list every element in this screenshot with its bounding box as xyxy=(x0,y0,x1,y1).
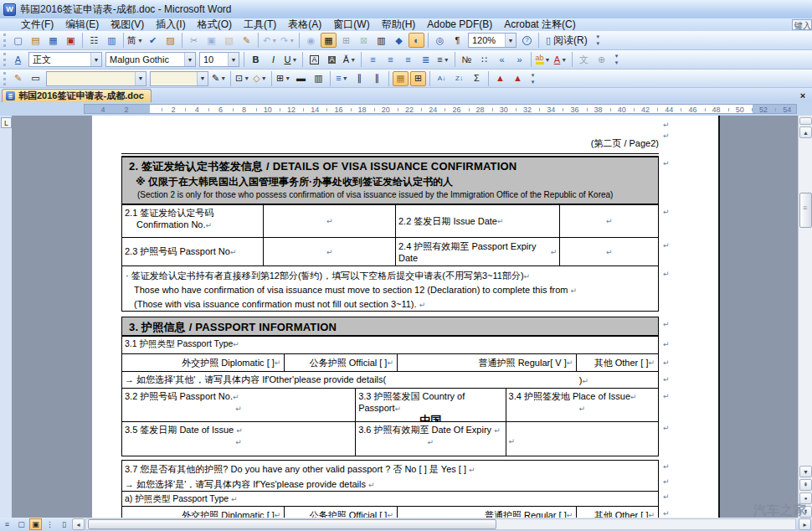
underline-icon[interactable]: U▼ xyxy=(283,52,299,67)
decrease-indent-icon[interactable]: « xyxy=(494,52,510,67)
chevron-down-icon[interactable]: ▼ xyxy=(271,38,277,44)
distribute-icon[interactable]: ≣ xyxy=(418,52,434,67)
numbering-icon[interactable]: № xyxy=(459,52,475,67)
split-handle[interactable] xyxy=(799,117,812,125)
toolbar-options-icon[interactable]: ▾▾ xyxy=(612,50,621,69)
scroll-right-icon[interactable]: ▸ xyxy=(799,518,811,530)
passport-type-option[interactable]: 外交护照 Diplomatic [ ]↵ xyxy=(122,354,285,371)
passport-type-option[interactable]: 普通护照 Regular [ ]↵ xyxy=(398,507,577,518)
chevron-down-icon[interactable]: ▼ xyxy=(220,75,226,81)
toolbar-drag-handle[interactable] xyxy=(3,72,8,85)
print-preview-icon[interactable]: ▥ xyxy=(104,33,120,48)
toolbar-drag-handle[interactable] xyxy=(3,34,8,47)
cell-passport-expiry-input[interactable]: ↵ xyxy=(560,238,658,266)
chevron-down-icon[interactable]: ▼ xyxy=(289,38,295,44)
cell-alignment-icon[interactable]: ≡▼ xyxy=(334,71,350,86)
open-folder-icon[interactable]: ▤ xyxy=(28,33,44,48)
cell-passport-number[interactable]: 3.2 护照号码 Passport No.↵ ↵ xyxy=(122,389,356,421)
bullets-icon[interactable]: ∷ xyxy=(476,52,492,67)
menu-i[interactable]: 插入(I) xyxy=(150,18,191,31)
previous-page-icon[interactable]: ⇞ xyxy=(799,479,812,491)
web-layout-view-icon[interactable]: ▢ xyxy=(15,518,28,530)
align-left-icon[interactable]: ≡ xyxy=(365,52,381,67)
passport-type-option[interactable]: 外交护照 Diplomatic [ ]↵ xyxy=(122,507,285,518)
cell-issue-date-input[interactable]: ↵ xyxy=(560,205,658,237)
chevron-down-icon[interactable]: ▼ xyxy=(342,75,348,81)
passport-type-option[interactable]: 普通护照 Regular[ V ]↵ xyxy=(398,354,577,371)
new-document-icon[interactable]: ▢ xyxy=(10,33,26,48)
print-layout-view-icon[interactable]: ▣ xyxy=(29,518,42,530)
split-cells-icon[interactable]: ▥ xyxy=(311,71,326,86)
passport-type-option[interactable]: 公务护照 Official [ ]↵ xyxy=(285,507,398,518)
vertical-scrollbar[interactable]: ▲ ▼ ⇞ ● ⇟ xyxy=(798,116,812,518)
tab-stop-selector[interactable]: L xyxy=(1,117,12,128)
zoom-select-icon[interactable]: ◎ xyxy=(432,33,448,48)
cell-date-of-expiry[interactable]: 3.6 护照有效期至 Date Of Expiry ↵ ↵ xyxy=(356,422,506,456)
chevron-down-icon[interactable]: ▼ xyxy=(292,57,298,63)
chevron-down-icon[interactable]: ▼ xyxy=(90,53,101,66)
highlight-icon[interactable]: ab▼ xyxy=(535,52,551,67)
align-center-icon[interactable]: ≡ xyxy=(383,52,398,67)
border-color-icon[interactable]: ✎▼ xyxy=(211,71,227,86)
close-document-icon[interactable]: × xyxy=(797,90,809,101)
distribute-columns-icon[interactable]: ∥ xyxy=(369,71,385,86)
document-page[interactable]: ↵ ↵ (第二页 / Page2) 2. 签证发给认定书签发信息 / DETAI… xyxy=(92,116,720,518)
cell-confirmation-no-input[interactable]: ↵ xyxy=(264,205,396,237)
type-question-help-box[interactable]: 键入需 xyxy=(792,19,812,30)
horizontal-scrollbar[interactable] xyxy=(85,518,796,530)
menu-v[interactable]: 视图(V) xyxy=(105,18,150,31)
menu-t[interactable]: 工具(T) xyxy=(238,18,282,31)
menu-acrobatc[interactable]: Acrobat 注释(C) xyxy=(498,18,581,31)
menu-f[interactable]: 文件(F) xyxy=(15,18,59,31)
cell-date-of-issue[interactable]: 3.5 签发日期 Date of Issue ↵ ↵ xyxy=(122,422,356,456)
bold-icon[interactable]: B xyxy=(248,52,264,67)
drawing-grid-icon[interactable]: ▦ xyxy=(393,71,409,86)
cell-passport-no-input[interactable]: ↵ xyxy=(264,238,396,266)
cell-place-of-issue[interactable]: 3.4 护照签发地 Place of Issue↵ ↵ xyxy=(506,389,658,421)
chevron-down-icon[interactable]: ▼ xyxy=(545,57,551,63)
chevron-down-icon[interactable]: ▼ xyxy=(244,75,249,81)
menu-adobepdfb[interactable]: Adobe PDF(B) xyxy=(421,18,498,31)
chevron-down-icon[interactable]: ▼ xyxy=(228,53,239,66)
chinese-translate-icon[interactable]: 简▼ xyxy=(127,33,143,48)
drawing-icon[interactable]: ◆ xyxy=(391,33,407,48)
draw-table-icon[interactable]: ✎ xyxy=(10,71,26,86)
styles-pane-icon[interactable]: A xyxy=(10,52,26,67)
chevron-down-icon[interactable]: ▼ xyxy=(505,34,516,47)
toolbar-options-icon[interactable]: ▾▾ xyxy=(594,31,603,49)
chevron-down-icon[interactable]: ▼ xyxy=(285,75,290,81)
adobe-pdf-create-icon[interactable]: ▲ xyxy=(492,71,508,86)
permission-pdf-icon[interactable]: ▣ xyxy=(63,33,79,48)
merge-cells-icon[interactable]: ▬ xyxy=(293,71,309,86)
chevron-down-icon[interactable]: ▼ xyxy=(184,53,195,66)
document-map-icon[interactable]: ◐ xyxy=(409,33,424,48)
character-shading-icon[interactable]: A xyxy=(324,52,340,67)
show-gridlines-icon[interactable]: ⊞ xyxy=(410,71,426,86)
increase-indent-icon[interactable]: » xyxy=(511,52,527,67)
line-weight-combobox[interactable]: ▼ xyxy=(150,71,208,86)
autosum-icon[interactable]: Σ xyxy=(469,71,485,86)
chevron-down-icon[interactable]: ▼ xyxy=(561,57,567,63)
document-tab[interactable]: ≣ 韩国2016签证申请表-成都.doc xyxy=(2,89,152,102)
font-size-combobox[interactable]: 10▼ xyxy=(199,52,239,67)
scroll-down-icon[interactable]: ▼ xyxy=(799,466,812,477)
horizontal-ruler[interactable]: 4224681012141618202224262830323436384042… xyxy=(84,104,797,114)
outline-view-icon[interactable]: ⋮ xyxy=(44,518,56,530)
other-details-cell[interactable]: → 如您选择'其他'，请写具体内容 If'Other'please provid… xyxy=(122,372,658,388)
shading-color-icon[interactable]: ◇▼ xyxy=(252,71,268,86)
adobe-pdf-comment-icon[interactable]: ▲ xyxy=(510,71,526,86)
distribute-rows-icon[interactable]: ∥ xyxy=(352,71,367,86)
research-icon[interactable]: ▨ xyxy=(162,33,178,48)
line-style-combobox[interactable]: ▼ xyxy=(46,71,146,86)
word-app-icon[interactable]: W xyxy=(3,3,16,16)
chevron-down-icon[interactable]: ▼ xyxy=(444,57,450,63)
font-color-icon[interactable]: A▼ xyxy=(552,52,568,67)
sort-descending-icon[interactable]: Z↓ xyxy=(451,71,467,86)
toolbar-options-icon[interactable]: ▾▾ xyxy=(528,70,537,87)
scroll-left-icon[interactable]: ◂ xyxy=(72,518,85,530)
character-border-icon[interactable]: A xyxy=(306,52,322,67)
font-combobox[interactable]: Malgun Gothic▼ xyxy=(105,52,196,67)
chevron-down-icon[interactable]: ▼ xyxy=(137,38,143,44)
reading-view-icon[interactable]: ▯ xyxy=(58,518,70,530)
read-mode-button[interactable]: ▯ 阅读(R) xyxy=(542,33,592,49)
